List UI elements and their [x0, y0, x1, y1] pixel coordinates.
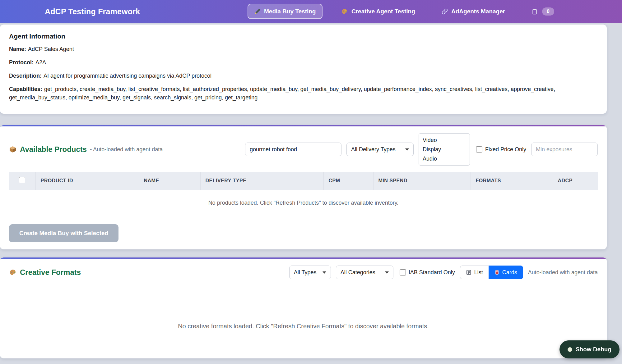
creative-formats-card: Creative Formats All Types All Categorie…: [0, 257, 607, 358]
col-product-id: PRODUCT ID: [35, 172, 139, 190]
palette-icon: [341, 8, 348, 15]
agent-description-value: AI agent for programmatic advertising ca…: [44, 73, 211, 79]
formats-title-text: Creative Formats: [20, 268, 81, 277]
pencil-icon: [254, 8, 261, 15]
media-type-listbox[interactable]: Video Display Audio: [419, 133, 470, 166]
fixed-price-checkbox[interactable]: [476, 146, 482, 152]
delivery-type-selected: All Delivery Types: [351, 146, 396, 153]
view-list-label: List: [474, 269, 483, 276]
select-all-checkbox[interactable]: [19, 177, 25, 183]
agent-description-label: Description:: [9, 73, 42, 79]
media-option-display[interactable]: Display: [419, 145, 470, 154]
col-name: NAME: [139, 172, 200, 190]
formats-auto-note: Auto-loaded with agent data: [528, 269, 598, 276]
products-table: PRODUCT ID NAME DELIVERY TYPE CPM MIN SP…: [9, 172, 598, 216]
col-delivery-type: DELIVERY TYPE: [200, 172, 323, 190]
agent-protocol-row: Protocol:A2A: [9, 58, 598, 67]
format-category-selected: All Categories: [341, 269, 375, 276]
agent-name-label: Name:: [9, 46, 26, 52]
agent-information-card: Agent Information Name:AdCP Sales Agent …: [0, 25, 607, 114]
agent-description-row: Description:AI agent for programmatic ad…: [9, 72, 598, 80]
available-products-card: Available Products - Auto-loaded with ag…: [0, 125, 607, 249]
agent-capabilities-label: Capabilities:: [9, 86, 42, 92]
tab-label: AdAgents Manager: [451, 8, 505, 15]
cards-icon: [494, 270, 499, 275]
fixed-price-label: Fixed Price Only: [485, 146, 526, 153]
show-debug-button[interactable]: Show Debug: [559, 340, 620, 358]
media-option-video[interactable]: Video: [419, 135, 470, 145]
products-title: Available Products: [9, 145, 87, 154]
products-subtitle: - Auto-loaded with agent data: [90, 146, 163, 153]
view-list-button[interactable]: List: [460, 266, 489, 279]
col-min-spend: MIN SPEND: [373, 172, 471, 190]
col-adcp: ADCP: [553, 172, 598, 190]
chevron-down-icon: [385, 271, 389, 274]
view-cards-button[interactable]: Cards: [489, 266, 523, 279]
media-option-audio[interactable]: Audio: [419, 154, 470, 163]
app-header: AdCP Testing Framework Media Buy Testing…: [0, 0, 622, 23]
chevron-down-icon: [323, 271, 326, 274]
formats-empty-message: No creative formats loaded. Click "Refre…: [9, 323, 598, 330]
agent-protocol-label: Protocol:: [9, 59, 34, 66]
list-icon: [466, 270, 471, 275]
show-debug-label: Show Debug: [576, 346, 611, 353]
fixed-price-checkbox-group: Fixed Price Only: [476, 146, 526, 153]
formats-title: Creative Formats: [9, 268, 81, 277]
col-formats: FORMATS: [471, 172, 553, 190]
create-media-buy-button[interactable]: Create Media Buy with Selected: [9, 224, 118, 242]
view-cards-label: Cards: [502, 269, 517, 276]
products-controls-row: Available Products - Auto-loaded with ag…: [9, 133, 598, 166]
iab-standard-checkbox[interactable]: [400, 269, 406, 275]
tab-label: Media Buy Testing: [264, 8, 316, 15]
agent-info-title: Agent Information: [9, 33, 598, 40]
view-toggle-group: List Cards: [460, 266, 523, 279]
agent-capabilities-row: Capabilities:get_products, create_media_…: [9, 85, 598, 102]
main-content: Agent Information Name:AdCP Sales Agent …: [0, 25, 607, 358]
iab-standard-checkbox-group: IAB Standard Only: [400, 269, 455, 276]
app-title: AdCP Testing Framework: [45, 7, 140, 16]
link-icon: [442, 8, 448, 15]
agent-capabilities-value: get_products, create_media_buy, list_cre…: [9, 86, 555, 101]
debug-icon: [568, 347, 572, 352]
col-cpm: CPM: [323, 172, 373, 190]
products-empty-message: No products loaded. Click "Refresh Produ…: [9, 190, 598, 216]
cart-count-badge: 0: [542, 7, 554, 16]
tab-label: Creative Agent Testing: [351, 8, 415, 15]
agent-name-value: AdCP Sales Agent: [28, 46, 74, 52]
iab-standard-label: IAB Standard Only: [409, 269, 455, 276]
formats-controls-row: Creative Formats All Types All Categorie…: [9, 266, 598, 279]
package-icon: [9, 146, 16, 153]
tab-media-buy-testing[interactable]: Media Buy Testing: [248, 4, 323, 19]
agent-name-row: Name:AdCP Sales Agent: [9, 45, 598, 53]
format-type-select[interactable]: All Types: [289, 266, 331, 279]
products-table-header-row: PRODUCT ID NAME DELIVERY TYPE CPM MIN SP…: [9, 172, 598, 190]
products-title-text: Available Products: [20, 145, 87, 154]
format-type-selected: All Types: [294, 269, 317, 276]
palette-icon: [9, 269, 16, 276]
clipboard-icon: [531, 8, 538, 15]
delivery-type-select[interactable]: All Delivery Types: [346, 143, 414, 156]
min-exposures-input[interactable]: [531, 143, 598, 156]
chevron-down-icon: [405, 148, 409, 151]
agent-protocol-value: A2A: [35, 59, 46, 66]
tab-adagents-manager[interactable]: AdAgents Manager: [442, 0, 505, 23]
product-search-input[interactable]: [245, 143, 341, 156]
tab-creative-agent-testing[interactable]: Creative Agent Testing: [341, 0, 415, 23]
format-category-select[interactable]: All Categories: [336, 266, 393, 279]
products-empty-row: No products loaded. Click "Refresh Produ…: [9, 190, 598, 216]
cart-button[interactable]: 0: [531, 0, 554, 23]
